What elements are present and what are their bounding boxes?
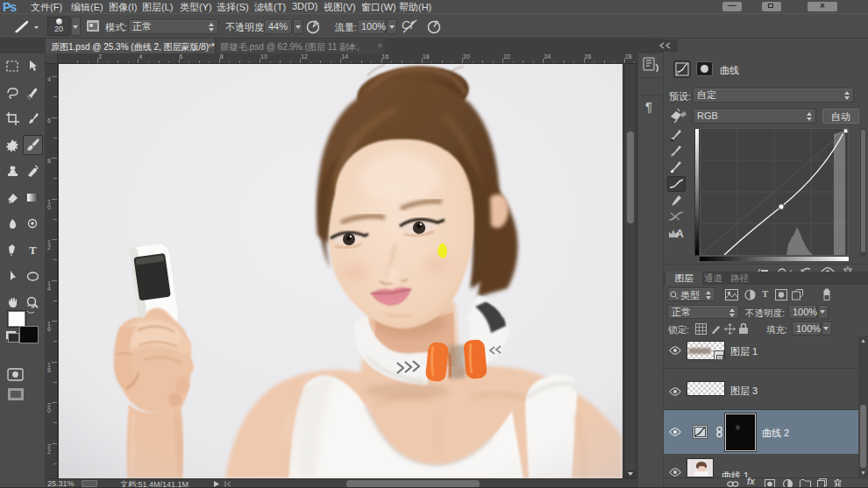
svg-text:T: T <box>29 244 37 257</box>
svg-text:A: A <box>676 228 684 239</box>
